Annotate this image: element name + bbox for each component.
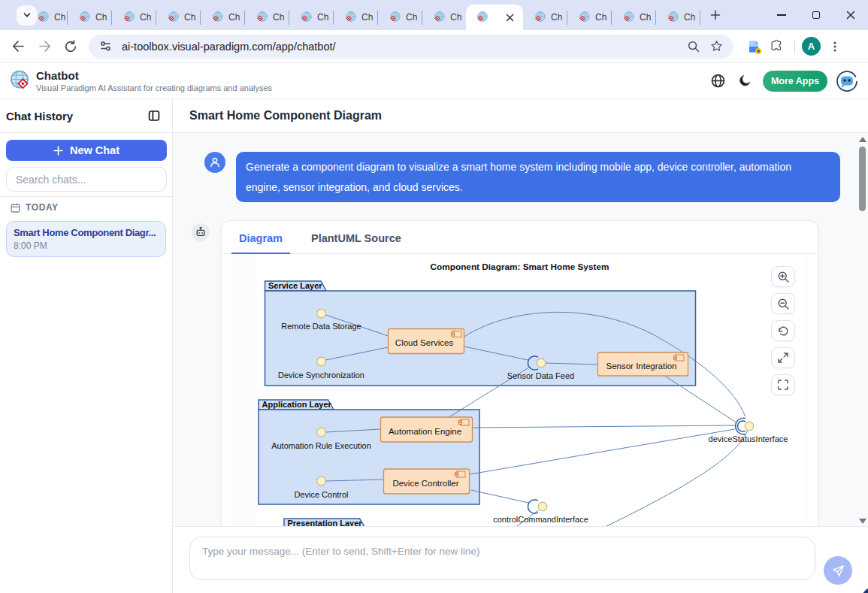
tab-label: Ch [684,12,695,23]
back-button[interactable] [7,35,29,58]
dark-mode-button[interactable] [732,68,759,95]
bookmark-button[interactable] [706,37,726,56]
vp-favicon-icon [300,11,312,23]
browser-tab[interactable]: Ch [378,5,422,30]
zoom-in-button[interactable] [771,266,795,287]
vp-favicon-icon [256,11,268,23]
assistant-avatar[interactable] [835,69,859,93]
zoom-in-icon [777,271,790,283]
app-title: Chatbot [36,70,272,82]
message-input[interactable] [189,537,815,580]
person-icon [209,156,221,168]
component-automation-engine[interactable]: Automation Engine [381,417,473,442]
browser-tab[interactable]: Ch [201,5,244,30]
sidebar: Chat History New Chat TODAY Smart Home C… [0,99,173,593]
window-maximize-button[interactable] [799,0,833,30]
app-header-actions: More Apps [705,68,868,95]
tab-search-button[interactable] [17,5,37,26]
component-diagram[interactable]: Component Diagram: Smart Home System Ser… [231,254,807,526]
address-bar[interactable]: ai-toolbox.visual-paradigm.com/app/chatb… [89,35,733,59]
zoom-out-button[interactable] [771,293,795,314]
browser-tab[interactable]: Ch [37,5,67,30]
user-message-bubble: Generate a component diagram to visualiz… [236,152,840,202]
scroll-down-arrow[interactable] [859,519,866,524]
forward-button[interactable] [33,35,56,58]
send-button[interactable] [824,556,852,585]
browser-tab[interactable]: Ch [612,5,655,30]
main-panel: Smart Home Component Diagram Generate a … [173,99,868,593]
browser-tab[interactable]: Ch [245,5,289,30]
extensions-button[interactable] [765,35,788,58]
interface-label: deviceStatusInterface [709,434,788,443]
more-apps-button[interactable]: More Apps [763,71,827,92]
browser-tab[interactable]: Ch [68,5,111,30]
browser-menu-button[interactable] [824,35,846,58]
sidebar-section-header: TODAY [11,202,59,213]
fullscreen-button[interactable] [771,374,795,395]
browser-tab[interactable]: Ch [156,5,200,30]
sidebar-title: Chat History [6,110,73,123]
vp-favicon-icon [534,11,546,23]
tab-label: Ch [595,12,606,23]
collapse-sidebar-icon[interactable] [148,110,160,122]
window-close-button[interactable] [833,0,868,30]
browser-tab[interactable]: Ch [289,5,333,30]
tab-plantuml-source[interactable]: PlantUML Source [301,232,412,253]
diagram-canvas[interactable]: Component Diagram: Smart Home System Ser… [231,254,807,526]
reload-icon [64,40,77,53]
tab-label: Ch [140,12,151,23]
browser-tab[interactable]: Ch [656,5,700,30]
vp-favicon-icon [122,11,135,23]
port-label: Remote Data Storage [281,322,361,331]
reset-view-button[interactable] [771,320,795,341]
browser-tab[interactable]: Ch [422,5,466,30]
tab-diagram[interactable]: Diagram [231,232,290,254]
fit-to-screen-button[interactable] [771,347,795,368]
new-chat-button[interactable]: New Chat [6,140,167,161]
diagram-title: Component Diagram: Smart Home System [431,262,609,272]
browser-tab[interactable]: Ch [334,5,377,30]
profile-avatar[interactable]: A [802,37,821,56]
browser-tab[interactable]: Ch [112,5,156,30]
vp-favicon-icon [667,11,679,23]
vp-favicon-icon [344,11,356,23]
floating-widget[interactable] [861,587,868,593]
sidebar-header: Chat History [0,99,172,133]
scrollbar-thumb[interactable] [859,147,866,211]
package-label: Service Layer [268,281,322,290]
browser-tab[interactable]: Ch [567,5,611,30]
site-settings-icon[interactable] [95,37,115,56]
component-device-controller[interactable]: Device Controller [384,469,470,494]
component-cloud-services[interactable]: Cloud Services [389,329,464,354]
browser-toolbar: ai-toolbox.visual-paradigm.com/app/chatb… [0,30,868,63]
chat-history-item[interactable]: Smart Home Component Diagr... 8:00 PM [6,221,166,257]
fullscreen-corners-icon [777,379,789,391]
message-input-bar [173,526,868,593]
minimize-icon [777,14,786,16]
component-sensor-integration[interactable]: Sensor Integration [598,352,688,376]
zoom-search-button[interactable] [684,37,703,56]
browser-tab-active[interactable] [466,5,523,30]
browser-tab[interactable]: Ch [523,5,567,30]
new-tab-button[interactable] [705,5,726,26]
url-text[interactable]: ai-toolbox.visual-paradigm.com/app/chatb… [122,41,684,53]
star-icon [709,39,724,53]
toolbar-separator [794,40,795,53]
language-button[interactable] [705,68,732,95]
chat-item-time: 8:00 PM [14,241,158,251]
tab-close-button[interactable] [504,11,516,23]
vp-favicon-icon [211,11,223,23]
component-label: Cloud Services [395,338,454,347]
bot-avatar [192,223,210,241]
password-manager-button[interactable] [742,35,765,58]
close-icon [506,14,514,22]
chat-messages-area[interactable]: Generate a component diagram to visualiz… [173,133,868,526]
window-minimize-button[interactable] [764,0,799,30]
vp-favicon-icon [37,11,49,23]
chat-scrollbar[interactable] [857,133,867,526]
scroll-up-arrow[interactable] [859,137,866,142]
reload-button[interactable] [59,35,82,58]
port-label: Device Control [294,490,348,499]
diagram-zoom-controls [771,266,795,395]
search-chats-input[interactable] [6,167,167,192]
